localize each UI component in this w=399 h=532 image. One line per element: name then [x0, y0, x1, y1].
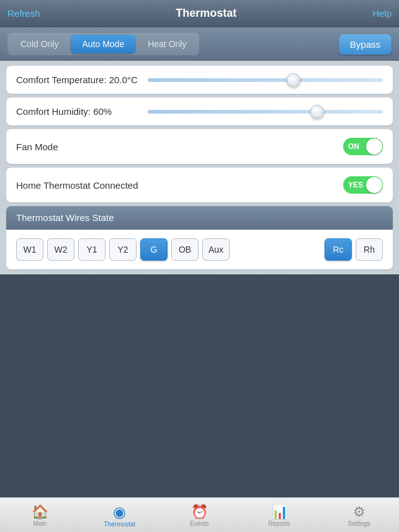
wire-btn-Y1[interactable]: Y1: [78, 238, 105, 261]
fan-mode-label: Fan Mode: [16, 142, 140, 152]
tab-thermostat[interactable]: ◉ Thermostat: [80, 502, 160, 528]
help-button[interactable]: Help: [372, 8, 392, 19]
comfort-temperature-slider-track[interactable]: [148, 78, 383, 82]
auto-mode-button[interactable]: Auto Mode: [71, 35, 135, 53]
tab-reports[interactable]: 📊 Reports: [240, 503, 320, 527]
tab-reports-label: Reports: [269, 520, 290, 527]
wire-btn-W2[interactable]: W2: [47, 238, 74, 261]
tab-bar: 🏠 Main ◉ Thermostat ⏰ Events 📊 Reports ⚙…: [0, 497, 399, 532]
events-icon: ⏰: [191, 505, 208, 519]
mode-seg-control: Cold Only Auto Mode Heat Only: [7, 33, 199, 55]
wire-btn-G[interactable]: G: [140, 238, 168, 261]
tab-events-label: Events: [190, 520, 209, 527]
home-thermostat-label: Home Thermostat Connected: [16, 180, 140, 191]
settings-icon: ⚙: [353, 505, 365, 519]
refresh-button[interactable]: Refresh: [7, 8, 40, 19]
wires-header-title: Thermostat Wires State: [16, 212, 114, 223]
home-thermostat-toggle-knob: [366, 177, 382, 193]
tab-main-label: Main: [33, 520, 47, 527]
comfort-humidity-slider-track[interactable]: [148, 110, 383, 114]
comfort-humidity-slider-wrapper: [148, 110, 383, 114]
tab-settings-label: Settings: [348, 520, 370, 527]
home-thermostat-card: Home Thermostat Connected YES: [6, 168, 393, 202]
home-icon: 🏠: [32, 505, 48, 519]
tab-thermostat-label: Thermostat: [104, 521, 136, 528]
comfort-temperature-label: Comfort Temperature: 20.0°C: [16, 74, 140, 85]
wire-btn-Rc[interactable]: Rc: [325, 238, 352, 261]
wire-btn-Aux[interactable]: Aux: [202, 238, 230, 261]
wires-header: Thermostat Wires State: [6, 206, 393, 230]
page-title: Thermostat: [176, 7, 236, 20]
wires-right: Rc Rh: [325, 238, 383, 261]
main-content: Comfort Temperature: 20.0°C Comfort Humi…: [0, 61, 399, 274]
wires-left: W1 W2 Y1 Y2 G OB Aux: [16, 238, 230, 261]
comfort-humidity-card: Comfort Humidity: 60%: [6, 97, 393, 125]
thermostat-icon: ◉: [113, 505, 126, 520]
home-thermostat-toggle[interactable]: YES: [343, 176, 383, 194]
comfort-humidity-label: Comfort Humidity: 60%: [16, 106, 140, 117]
tab-events[interactable]: ⏰ Events: [159, 503, 240, 527]
tab-main[interactable]: 🏠 Main: [0, 503, 80, 527]
wire-btn-OB[interactable]: OB: [171, 238, 199, 261]
wire-btn-Y2[interactable]: Y2: [109, 238, 137, 261]
reports-icon: 📊: [271, 505, 288, 519]
comfort-temperature-card: Comfort Temperature: 20.0°C: [6, 66, 393, 94]
comfort-humidity-slider-thumb[interactable]: [310, 105, 324, 119]
fan-mode-card: Fan Mode ON: [6, 129, 393, 164]
fan-mode-toggle[interactable]: ON: [343, 138, 383, 155]
tab-settings[interactable]: ⚙ Settings: [319, 503, 399, 527]
wires-section: Thermostat Wires State W1 W2 Y1 Y2 G OB …: [6, 206, 393, 269]
wires-body: W1 W2 Y1 Y2 G OB Aux Rc Rh: [6, 230, 393, 269]
comfort-temperature-slider-thumb[interactable]: [287, 73, 300, 87]
nav-bar: Refresh Thermostat Help: [0, 0, 399, 27]
heat-only-button[interactable]: Heat Only: [137, 35, 197, 53]
wire-btn-Rh[interactable]: Rh: [356, 238, 383, 261]
dark-area: [0, 274, 399, 532]
comfort-temperature-slider-wrapper: [148, 78, 383, 82]
fan-mode-toggle-label: ON: [348, 142, 359, 151]
bypass-button[interactable]: Bypass: [339, 34, 392, 55]
cold-only-button[interactable]: Cold Only: [9, 35, 69, 53]
page-wrapper: Refresh Thermostat Help Cold Only Auto M…: [0, 0, 399, 532]
wire-btn-W1[interactable]: W1: [16, 238, 43, 261]
fan-mode-toggle-knob: [366, 138, 382, 155]
seg-bar: Cold Only Auto Mode Heat Only Bypass: [0, 27, 399, 61]
home-thermostat-toggle-label: YES: [348, 181, 363, 189]
